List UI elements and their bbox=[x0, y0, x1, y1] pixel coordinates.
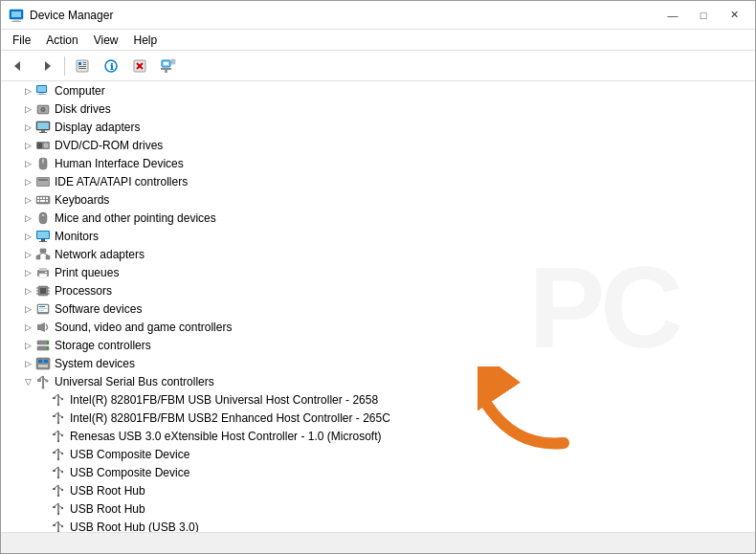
tree-label-hid: Human Interface Devices bbox=[55, 157, 184, 170]
tree-item-display[interactable]: ▷ Display adapters bbox=[1, 118, 755, 136]
tree-item-storage[interactable]: ▷ Storage controllers bbox=[1, 336, 755, 354]
expand-software[interactable]: ▷ bbox=[20, 301, 35, 317]
expand-print[interactable]: ▷ bbox=[20, 265, 35, 280]
tree-label-computer: Computer bbox=[55, 84, 105, 98]
tree-label-storage: Storage controllers bbox=[55, 339, 151, 352]
svg-rect-51 bbox=[37, 200, 39, 202]
network-icon bbox=[35, 247, 51, 262]
scan-button[interactable] bbox=[155, 54, 182, 78]
tree-item-mice[interactable]: ▷ Mice and other pointing devices bbox=[1, 209, 755, 227]
svg-point-133 bbox=[61, 488, 63, 490]
tree-label-dvd: DVD/CD-ROM drives bbox=[55, 139, 163, 152]
svg-point-97 bbox=[46, 379, 49, 382]
svg-rect-58 bbox=[37, 232, 49, 238]
forward-button[interactable] bbox=[33, 54, 60, 78]
tree-label-usb4: USB Composite Device bbox=[70, 448, 189, 461]
svg-point-98 bbox=[42, 386, 45, 388]
usbdev3-icon bbox=[51, 429, 66, 444]
tree-item-sysdev[interactable]: ▷ System devices bbox=[1, 354, 755, 372]
tree-item-monitors[interactable]: ▷ Monitors bbox=[1, 227, 755, 245]
svg-rect-82 bbox=[39, 310, 44, 311]
tree-item-usb1[interactable]: ▷ Intel(R) 82801FB/FBM USB Universal Hos… bbox=[1, 390, 755, 409]
menu-view[interactable]: View bbox=[86, 32, 126, 49]
tree-item-usb7[interactable]: ▷ USB Root Hub bbox=[1, 499, 755, 518]
tree-item-computer[interactable]: ▷ Computer bbox=[1, 81, 755, 100]
expand-computer[interactable]: ▷ bbox=[20, 83, 35, 99]
svg-point-109 bbox=[61, 415, 63, 417]
tree-item-sound[interactable]: ▷ Sound, video and game controllers bbox=[1, 318, 755, 336]
expand-network[interactable]: ▷ bbox=[20, 247, 35, 262]
tree-item-usb[interactable]: ▽ Universal Serial Bus controllers bbox=[1, 372, 755, 390]
svg-rect-35 bbox=[39, 132, 47, 133]
tree-label-sysdev: System devices bbox=[55, 357, 135, 370]
back-button[interactable] bbox=[5, 54, 32, 78]
svg-rect-62 bbox=[36, 255, 40, 259]
svg-line-64 bbox=[38, 253, 43, 255]
app-icon bbox=[9, 8, 24, 23]
tree-label-ide: IDE ATA/ATAPI controllers bbox=[55, 175, 188, 188]
expand-hid[interactable]: ▷ bbox=[20, 156, 35, 171]
tree-item-usb3[interactable]: ▷ Renesas USB 3.0 eXtensible Host Contro… bbox=[1, 427, 755, 445]
expand-monitors[interactable]: ▷ bbox=[20, 229, 35, 244]
svg-point-145 bbox=[61, 524, 63, 526]
tree-item-network[interactable]: ▷ Network adapters bbox=[1, 245, 755, 263]
svg-point-110 bbox=[57, 421, 59, 423]
tree-item-software[interactable]: ▷ Software devices bbox=[1, 299, 755, 318]
menu-help[interactable]: Help bbox=[126, 32, 166, 49]
tree-item-disk[interactable]: ▷ Disk drives bbox=[1, 100, 755, 118]
show-properties-button[interactable] bbox=[69, 54, 96, 78]
svg-point-103 bbox=[61, 397, 63, 399]
tree-label-usb6: USB Root Hub bbox=[70, 484, 145, 498]
usbdev1-icon bbox=[51, 392, 66, 408]
expand-storage[interactable]: ▷ bbox=[20, 338, 35, 353]
expand-ide[interactable]: ▷ bbox=[20, 174, 35, 189]
svg-rect-69 bbox=[45, 272, 47, 273]
menu-file[interactable]: File bbox=[5, 32, 38, 49]
svg-marker-84 bbox=[40, 322, 45, 332]
menu-action[interactable]: Action bbox=[38, 32, 85, 49]
tree-item-print[interactable]: ▷ Print queues bbox=[1, 263, 755, 281]
update-driver-button[interactable]: ℹ bbox=[98, 54, 124, 78]
svg-rect-59 bbox=[41, 239, 45, 241]
tree-label-usb1: Intel(R) 82801FB/FBM USB Universal Host … bbox=[70, 393, 378, 407]
svg-rect-45 bbox=[38, 179, 48, 181]
tree-label-monitors: Monitors bbox=[55, 230, 99, 243]
svg-rect-71 bbox=[40, 288, 46, 294]
tree-item-usb4[interactable]: ▷ USB Composite Device bbox=[1, 445, 755, 463]
content-area: PC ▷ bbox=[1, 81, 755, 532]
close-button[interactable]: ✕ bbox=[721, 6, 747, 25]
expand-usb[interactable]: ▽ bbox=[20, 374, 35, 389]
tree-item-usb2[interactable]: ▷ Intel(R) 82801FB/FBM USB2 Enhanced Hos… bbox=[1, 409, 755, 427]
svg-rect-2 bbox=[13, 19, 19, 21]
tree-item-usb6[interactable]: ▷ USB Root Hub bbox=[1, 481, 755, 499]
uninstall-button[interactable] bbox=[126, 54, 153, 78]
tree-item-usb5[interactable]: ▷ USB Composite Device bbox=[1, 463, 755, 481]
svg-line-65 bbox=[43, 253, 48, 255]
tree-item-usb8[interactable]: ▷ USB Root Hub (USB 3.0) bbox=[1, 518, 755, 532]
expand-disk[interactable]: ▷ bbox=[20, 101, 35, 117]
svg-rect-47 bbox=[37, 197, 39, 199]
tree-item-hid[interactable]: ▷ Human Interface Devices bbox=[1, 154, 755, 172]
svg-rect-108 bbox=[53, 415, 56, 417]
expand-sysdev[interactable]: ▷ bbox=[20, 356, 35, 371]
expand-sound[interactable]: ▷ bbox=[20, 320, 35, 335]
tree-item-proc[interactable]: ▷ Processors bbox=[1, 281, 755, 299]
tree-view[interactable]: PC ▷ bbox=[1, 81, 755, 532]
minimize-button[interactable]: — bbox=[659, 6, 686, 25]
svg-rect-53 bbox=[46, 200, 48, 202]
expand-dvd[interactable]: ▷ bbox=[20, 138, 35, 153]
svg-point-121 bbox=[61, 452, 63, 454]
tree-item-ide[interactable]: ▷ IDE ATA/ATAPI controllers bbox=[1, 172, 755, 190]
maximize-button[interactable]: □ bbox=[690, 6, 717, 25]
tree-label-usb5: USB Composite Device bbox=[70, 466, 189, 479]
usb-icon bbox=[35, 374, 51, 389]
expand-display[interactable]: ▷ bbox=[20, 120, 35, 135]
svg-rect-83 bbox=[37, 324, 40, 330]
expand-keyboards[interactable]: ▷ bbox=[20, 192, 35, 208]
svg-point-88 bbox=[47, 347, 49, 349]
tree-item-dvd[interactable]: ▷ DVD/CD-ROM drives bbox=[1, 136, 755, 154]
expand-proc[interactable]: ▷ bbox=[20, 283, 35, 299]
expand-mice[interactable]: ▷ bbox=[20, 211, 35, 226]
svg-rect-90 bbox=[38, 360, 42, 363]
tree-item-keyboards[interactable]: ▷ Keyboards bbox=[1, 190, 755, 209]
